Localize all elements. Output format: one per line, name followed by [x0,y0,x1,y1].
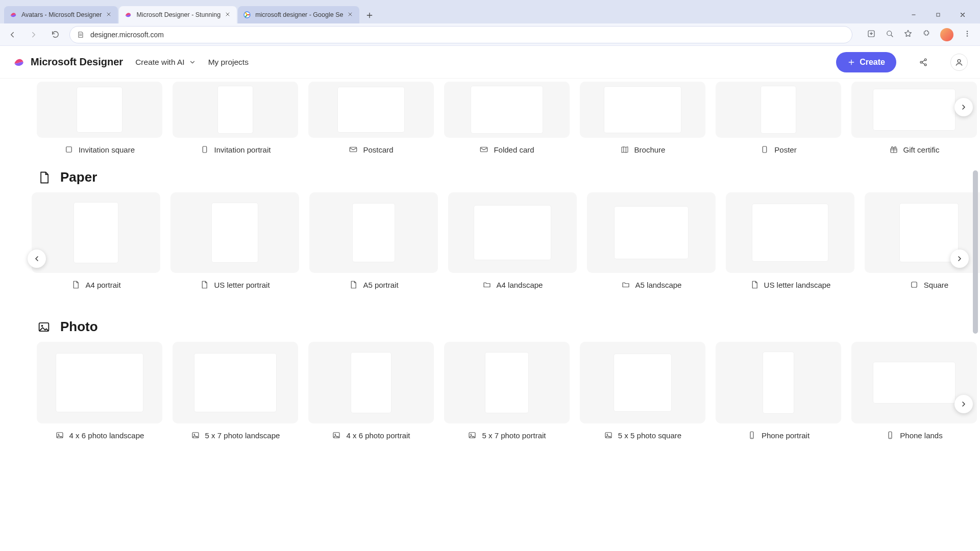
carousel-prev-button[interactable] [28,249,46,268]
app-logo-wrap[interactable]: Microsoft Designer [12,56,123,69]
template-card[interactable]: Invitation square [37,82,162,155]
browser-tab[interactable]: Avatars - Microsoft Designer [4,6,118,23]
template-card[interactable]: A4 landscape [448,192,577,293]
template-card[interactable]: US letter portrait [170,192,299,293]
zoom-icon[interactable] [885,29,894,40]
create-with-ai-label: Create with AI [135,58,185,67]
template-card[interactable]: A5 landscape [587,192,716,293]
tab-title: Avatars - Microsoft Designer [21,11,102,18]
window-maximize-button[interactable] [927,7,949,22]
omnibox[interactable]: designer.microsoft.com [69,26,852,43]
portrait-icon [200,145,209,154]
browser-menu-icon[interactable] [963,29,972,40]
site-info-icon[interactable] [76,30,85,39]
image-icon [468,431,477,440]
tab-close-button[interactable] [225,11,232,18]
portrait-icon [760,145,769,154]
nav-forward-button[interactable] [27,28,41,42]
template-card[interactable]: Square [865,192,980,293]
scrollbar-thumb[interactable] [973,170,978,334]
brochure-icon [620,145,629,154]
google-favicon-icon [243,11,251,19]
install-app-icon[interactable] [867,29,876,40]
url-text: designer.microsoft.com [90,31,164,39]
carousel-next-button[interactable] [954,395,973,413]
template-card[interactable]: 5 x 5 photo square [580,342,705,444]
template-card[interactable]: A4 portrait [32,192,160,293]
photo-section-title: Photo [60,319,98,335]
tab-title: Microsoft Designer - Stunning [136,11,220,18]
square-icon [64,145,74,154]
template-card[interactable]: 5 x 7 photo landscape [173,342,298,444]
address-bar: designer.microsoft.com [0,23,980,46]
my-projects-link[interactable]: My projects [208,58,249,67]
create-button[interactable]: Create [836,52,896,72]
carousel-next-button[interactable] [950,249,969,268]
account-icon[interactable] [950,54,968,71]
template-label: Brochure [634,145,666,154]
template-card[interactable]: Poster [716,82,841,155]
browser-tab[interactable]: Microsoft Designer - Stunning [119,6,237,23]
browser-tab[interactable]: microsoft designer - Google Se [238,6,359,23]
template-label: 4 x 6 photo portrait [346,431,410,440]
phone-icon [747,431,756,440]
vertical-scrollbar[interactable] [972,79,979,551]
template-card[interactable]: 4 x 6 photo landscape [37,342,162,444]
carousel-next-button[interactable] [954,98,973,116]
designer-favicon-icon [9,11,17,19]
template-card[interactable]: 5 x 7 photo portrait [444,342,570,444]
template-label: Gift certific [903,145,940,154]
template-card[interactable]: A5 portrait [309,192,438,293]
window-close-button[interactable] [951,7,974,22]
window-minimize-button[interactable] [902,7,925,22]
template-label: US letter portrait [214,281,270,289]
extensions-icon[interactable] [922,29,931,40]
template-label: 5 x 7 photo portrait [482,431,546,440]
template-card[interactable]: 4 x 6 photo portrait [308,342,434,444]
profile-avatar[interactable] [940,28,953,41]
tab-strip: Avatars - Microsoft DesignerMicrosoft De… [0,0,980,23]
template-card[interactable]: Folded card [444,82,570,155]
template-card[interactable]: US letter landscape [726,192,854,293]
image-icon [55,431,64,440]
app-title: Microsoft Designer [31,56,123,68]
template-label: Poster [774,145,796,154]
template-label: Folded card [494,145,534,154]
bookmark-icon[interactable] [903,29,913,40]
template-card[interactable]: Phone lands [851,342,977,444]
template-card[interactable]: Phone portrait [716,342,841,444]
nav-back-button[interactable] [5,28,19,42]
template-label: Phone portrait [762,431,810,440]
doc-icon [349,280,358,289]
nav-reload-button[interactable] [48,28,62,42]
template-label: Invitation portrait [214,145,271,154]
template-card[interactable]: Gift certific [851,82,977,155]
folder-icon [482,280,492,289]
image-icon [332,431,341,440]
gift-icon [889,145,898,154]
mail-icon [349,145,358,154]
template-card[interactable]: Postcard [308,82,434,155]
content-area: Invitation squareInvitation portraitPost… [0,79,980,551]
image-icon [604,431,613,440]
image-icon [37,320,51,334]
chevron-down-icon [189,59,196,66]
template-label: Square [924,281,948,289]
phone-icon [886,431,895,440]
share-icon[interactable] [915,54,932,71]
tab-close-button[interactable] [347,11,354,18]
paper-section-title: Paper [60,169,97,185]
template-label: A5 portrait [363,281,398,289]
new-tab-button[interactable] [362,8,377,22]
template-card[interactable]: Invitation portrait [173,82,298,155]
mail-icon [479,145,488,154]
doc-icon [200,280,209,289]
document-icon [37,170,51,185]
doc-icon [71,280,80,289]
template-card[interactable]: Brochure [580,82,705,155]
create-with-ai-menu[interactable]: Create with AI [135,58,196,67]
photo-section: Photo 4 x 6 photo landscape5 x 7 photo l… [37,305,980,446]
tab-title: microsoft designer - Google Se [255,11,343,18]
tab-close-button[interactable] [106,11,113,18]
browser-chrome: Avatars - Microsoft DesignerMicrosoft De… [0,0,980,46]
